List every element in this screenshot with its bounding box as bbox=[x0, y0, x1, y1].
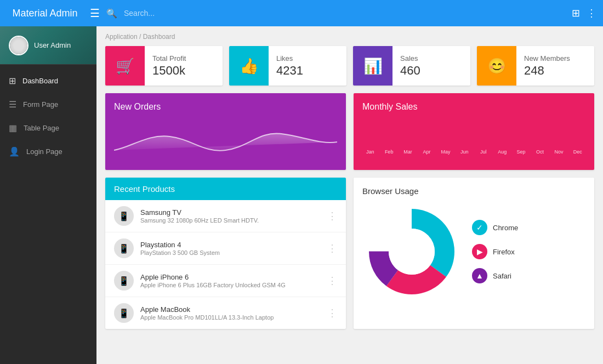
profit-icon: 🛒 bbox=[105, 46, 145, 86]
legend-dot: ▲ bbox=[472, 268, 487, 283]
stat-card-sales: 📊 Sales 460 bbox=[353, 46, 470, 86]
legend-item-safari: ▲ Safari bbox=[472, 268, 518, 283]
menu-icon[interactable]: ☰ bbox=[90, 7, 100, 20]
stat-card-profit: 🛒 Total Profit 1500k bbox=[105, 46, 223, 86]
monthly-sales-card: Monthly Sales JanFebMarAprMayJunJulAugSe… bbox=[354, 93, 594, 170]
sidebar-item-label-form: Form Page bbox=[23, 100, 58, 109]
app-title: Material Admin bbox=[7, 8, 83, 19]
new-orders-chart bbox=[114, 117, 337, 161]
sales-icon: 📊 bbox=[353, 46, 392, 86]
profit-value: 1500k bbox=[152, 64, 186, 78]
product-desc: PlayStation 3 500 GB System bbox=[140, 249, 321, 256]
product-desc: Apple MacBook Pro MD101LL/A 13.3-Inch La… bbox=[140, 314, 321, 321]
bar-item-dec: Dec bbox=[570, 147, 585, 155]
recent-products-header: Recent Products bbox=[105, 178, 346, 200]
sidebar-nav: ⊞ DashBoard ☰ Form Page ▦ Table Page 👤 L… bbox=[0, 65, 96, 364]
legend-label: Chrome bbox=[493, 224, 518, 232]
bar-item-oct: Oct bbox=[532, 147, 548, 155]
browser-usage-title: Browser Usage bbox=[362, 186, 585, 196]
product-item: 📱 Apple MacBook Apple MacBook Pro MD101L… bbox=[105, 297, 346, 329]
product-icon: 📱 bbox=[114, 303, 134, 323]
form-icon: ☰ bbox=[9, 99, 16, 110]
monthly-sales-title: Monthly Sales bbox=[362, 102, 585, 112]
mid-row: New Orders Monthly Sales bbox=[105, 93, 594, 170]
members-label: New Members bbox=[524, 54, 570, 62]
more-icon[interactable]: ⋮ bbox=[327, 242, 337, 254]
likes-info: Likes 4231 bbox=[269, 49, 311, 83]
more-icon[interactable]: ⋮ bbox=[327, 307, 337, 319]
login-icon: 👤 bbox=[9, 146, 20, 157]
sales-label: Sales bbox=[400, 54, 420, 62]
content-area: Application / Dashboard 🛒 Total Profit 1… bbox=[96, 26, 603, 364]
bar-item-apr: Apr bbox=[419, 147, 434, 155]
dashboard-icon: ⊞ bbox=[9, 76, 16, 86]
sidebar-item-label-login: Login Page bbox=[26, 147, 62, 156]
product-desc: Apple iPhone 6 Plus 16GB Factory Unlocke… bbox=[140, 282, 321, 288]
more-icon[interactable]: ⋮ bbox=[327, 275, 337, 287]
stats-row: 🛒 Total Profit 1500k 👍 Likes 4231 📊 Sale… bbox=[105, 46, 594, 86]
new-orders-title: New Orders bbox=[114, 102, 337, 112]
recent-products-card: Recent Products 📱 Samsung TV Samsung 32 … bbox=[105, 178, 346, 329]
svg-point-3 bbox=[389, 229, 435, 275]
more-icon[interactable]: ⋮ bbox=[327, 210, 337, 222]
legend-label: Safari bbox=[493, 272, 511, 280]
bar-item-may: May bbox=[438, 147, 453, 155]
bar-item-feb: Feb bbox=[381, 147, 396, 155]
bar-item-jan: Jan bbox=[362, 147, 378, 155]
bar-item-aug: Aug bbox=[494, 147, 510, 155]
legend-dot: ✓ bbox=[472, 220, 487, 235]
product-name: Samsung TV bbox=[140, 208, 321, 217]
browser-chart-area: ✓ Chrome ▶ Firefox ▲ Safari bbox=[362, 202, 585, 301]
members-info: New Members 248 bbox=[516, 49, 578, 83]
username: User Admin bbox=[34, 41, 71, 49]
product-icon: 📱 bbox=[114, 271, 134, 291]
product-icon: 📱 bbox=[114, 206, 134, 226]
product-info: Playstation 4 PlayStation 3 500 GB Syste… bbox=[140, 241, 321, 256]
stat-card-members: 😊 New Members 248 bbox=[477, 46, 594, 86]
topbar-actions: ⊞ ⋮ bbox=[572, 7, 596, 19]
bar-chart: JanFebMarAprMayJunJulAugSepOctNovDec bbox=[362, 116, 585, 155]
donut-svg bbox=[362, 202, 461, 301]
legend-item-chrome: ✓ Chrome bbox=[472, 220, 518, 235]
sidebar-item-login[interactable]: 👤 Login Page bbox=[0, 140, 96, 163]
sidebar-item-dashboard[interactable]: ⊞ DashBoard bbox=[0, 69, 96, 93]
sidebar-item-form[interactable]: ☰ Form Page bbox=[0, 93, 96, 116]
product-item: 📱 Samsung TV Samsung 32 1080p 60Hz LED S… bbox=[105, 200, 346, 232]
product-name: Apple MacBook bbox=[140, 305, 321, 314]
sidebar-user: User Admin bbox=[0, 26, 96, 65]
avatar bbox=[9, 36, 29, 55]
legend-dot: ▶ bbox=[472, 244, 487, 259]
main-layout: User Admin ⊞ DashBoard ☰ Form Page ▦ Tab… bbox=[0, 26, 603, 364]
stat-card-likes: 👍 Likes 4231 bbox=[229, 46, 346, 86]
bar-item-sep: Sep bbox=[513, 147, 528, 155]
legend-item-firefox: ▶ Firefox bbox=[472, 244, 518, 259]
sales-info: Sales 460 bbox=[392, 49, 428, 83]
likes-value: 4231 bbox=[276, 64, 303, 78]
bar-item-mar: Mar bbox=[400, 147, 416, 155]
legend-label: Firefox bbox=[493, 248, 515, 256]
browser-legend: ✓ Chrome ▶ Firefox ▲ Safari bbox=[472, 220, 518, 283]
apps-icon[interactable]: ⊞ bbox=[572, 7, 580, 19]
sidebar-item-label-dashboard: DashBoard bbox=[22, 77, 58, 85]
products-list: 📱 Samsung TV Samsung 32 1080p 60Hz LED S… bbox=[105, 200, 346, 329]
recent-products-title: Recent Products bbox=[114, 184, 337, 194]
product-name: Playstation 4 bbox=[140, 241, 321, 249]
sidebar-item-table[interactable]: ▦ Table Page bbox=[0, 116, 96, 140]
product-item: 📱 Playstation 4 PlayStation 3 500 GB Sys… bbox=[105, 232, 346, 265]
line-chart-svg bbox=[114, 117, 337, 161]
sidebar-item-label-table: Table Page bbox=[24, 124, 59, 132]
breadcrumb: Application / Dashboard bbox=[105, 33, 594, 41]
more-icon[interactable]: ⋮ bbox=[587, 7, 596, 19]
table-icon: ▦ bbox=[9, 123, 17, 133]
sidebar: User Admin ⊞ DashBoard ☰ Form Page ▦ Tab… bbox=[0, 26, 96, 364]
members-value: 248 bbox=[524, 64, 570, 78]
likes-label: Likes bbox=[276, 54, 303, 62]
profit-label: Total Profit bbox=[152, 54, 186, 62]
likes-icon: 👍 bbox=[229, 46, 269, 86]
product-info: Apple MacBook Apple MacBook Pro MD101LL/… bbox=[140, 305, 321, 321]
sales-value: 460 bbox=[400, 64, 420, 78]
product-name: Apple iPhone 6 bbox=[140, 273, 321, 281]
browser-usage-card: Browser Usage ✓ Chrome ▶ bbox=[354, 178, 594, 329]
search-input[interactable] bbox=[124, 9, 565, 18]
new-orders-card: New Orders bbox=[105, 93, 346, 170]
